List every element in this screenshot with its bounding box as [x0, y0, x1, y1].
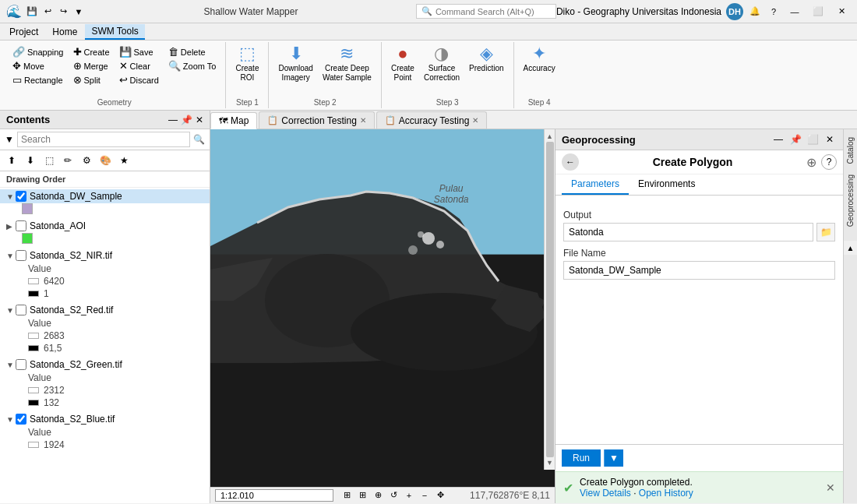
surface-correction-btn[interactable]: ◑ SurfaceCorrection [421, 44, 463, 84]
geo-panel-close-btn[interactable]: ✕ [823, 132, 837, 146]
ribbon-snapping-btn[interactable]: 🔗 Snapping [9, 45, 67, 58]
scroll-up-icon[interactable]: ▲ [546, 132, 553, 140]
layer-paint-btn[interactable]: 🎨 [97, 152, 114, 169]
ribbon-split-btn[interactable]: ⊗ Split [70, 73, 113, 86]
map-pan-icon[interactable]: ✥ [433, 488, 447, 502]
prediction-btn[interactable]: ◈ Prediction [466, 44, 506, 75]
qat-undo-btn[interactable]: ↩ [41, 5, 55, 19]
ribbon-move-btn[interactable]: ✥ Move [9, 59, 67, 72]
geo-run-dropdown-btn[interactable]: ▼ [604, 449, 623, 467]
geo-tab-environments[interactable]: Environments [629, 174, 704, 195]
layer-checkbox[interactable] [16, 250, 26, 261]
menu-project[interactable]: Project [3, 25, 44, 39]
map-rotate-icon[interactable]: ↺ [386, 488, 400, 502]
layer-row[interactable]: ▼ Satonda_S2_Blue.tif [0, 412, 210, 426]
map-north-icon[interactable]: ⊕ [371, 488, 385, 502]
layer-row[interactable]: ▼ Satonda_S2_Red.tif [0, 303, 210, 317]
maximize-btn[interactable]: ⬜ [809, 2, 827, 21]
layer-expand-icon[interactable]: ▼ [6, 415, 16, 424]
right-tab-geoprocessing[interactable]: Geoprocessing [845, 170, 856, 231]
accuracy-btn[interactable]: ✦ Accuracy [520, 44, 559, 75]
map-zoom-out-icon[interactable]: − [418, 488, 432, 502]
main-scroll-up-btn[interactable]: ▲ [843, 241, 857, 255]
notification-icon[interactable]: 🔔 [748, 5, 762, 19]
layer-expand-icon[interactable]: ▼ [6, 306, 16, 315]
geo-tab-parameters[interactable]: Parameters [562, 174, 629, 195]
map-scrollbar[interactable]: ▲ ▼ [544, 129, 555, 470]
map-area[interactable]: Pulau Satonda ▲ ▼ ⊞ ⊞ [210, 129, 555, 503]
geo-panel-maximize-btn[interactable]: ⬜ [806, 132, 820, 146]
layer-row[interactable]: ▼ Satonda_S2_NIR.tif [0, 248, 210, 263]
layer-checkbox[interactable] [16, 305, 26, 315]
sidebar-pin-icon[interactable]: 📌 [181, 115, 192, 125]
layer-checkbox[interactable] [16, 359, 26, 370]
layer-checkbox[interactable] [16, 414, 26, 425]
scroll-down-icon[interactable]: ▼ [546, 459, 553, 467]
layer-checkbox[interactable] [16, 220, 26, 231]
ribbon-zoom-to-btn[interactable]: 🔍 Zoom To [165, 59, 220, 72]
layer-move-up-btn[interactable]: ⬆ [3, 152, 20, 169]
tab-map[interactable]: 🗺 Map [210, 112, 257, 129]
sidebar-search-icon[interactable]: 🔍 [193, 134, 205, 145]
geo-filename-input[interactable] [563, 261, 835, 280]
layer-move-down-btn[interactable]: ⬇ [22, 152, 39, 169]
map-scale-input[interactable] [215, 489, 333, 502]
ribbon-discard-btn[interactable]: ↩ Discard [116, 73, 162, 86]
map-extent-icon[interactable]: ⊞ [340, 488, 354, 502]
geo-run-btn[interactable]: Run [562, 449, 601, 467]
geo-panel-pin-btn[interactable]: 📌 [788, 132, 802, 146]
sidebar-close-icon[interactable]: ✕ [196, 115, 203, 125]
layer-star-btn[interactable]: ★ [115, 152, 132, 169]
create-point-btn[interactable]: ● CreatePoint [388, 44, 418, 84]
geo-add-icon[interactable]: ⊕ [806, 155, 816, 170]
geo-back-btn[interactable]: ← [562, 153, 579, 171]
qat-redo-btn[interactable]: ↪ [56, 5, 70, 19]
geo-output-input[interactable] [563, 223, 813, 241]
ribbon-rectangle-btn[interactable]: ▭ Rectangle [9, 73, 67, 86]
map-grid-icon[interactable]: ⊞ [355, 488, 369, 502]
ribbon-merge-btn[interactable]: ⊕ Merge [70, 59, 113, 72]
layer-expand-icon[interactable]: ▼ [6, 192, 16, 201]
geo-folder-btn[interactable]: 📁 [816, 223, 835, 241]
geo-help-btn[interactable]: ? [821, 154, 837, 170]
layer-row[interactable]: ▼ Satonda_DW_Sample [0, 189, 210, 203]
geo-panel-minimize-btn[interactable]: — [771, 132, 785, 146]
right-tab-catalog[interactable]: Catalog [845, 132, 856, 168]
geo-view-details-link[interactable]: View Details [580, 488, 631, 499]
ribbon-delete-btn[interactable]: 🗑 Delete [165, 45, 220, 58]
sidebar-search-input[interactable] [17, 132, 190, 147]
download-imagery-btn[interactable]: ⬇ DownloadImagery [275, 44, 316, 84]
step3-buttons: ● CreatePoint ◑ SurfaceCorrection ◈ Pred… [388, 44, 507, 97]
create-roi-btn[interactable]: ⬚ CreateROI [232, 44, 262, 84]
ribbon-save-btn[interactable]: 💾 Save [116, 45, 162, 58]
sidebar-minimize-icon[interactable]: — [168, 115, 178, 125]
layer-properties-btn[interactable]: ⚙ [78, 152, 95, 169]
ribbon-create-btn[interactable]: ✚ Create [70, 45, 113, 58]
layer-expand-icon[interactable]: ▼ [6, 252, 16, 260]
tab-accuracy-testing[interactable]: 📋 Accuracy Testing ✕ [376, 111, 488, 129]
layer-edit-btn[interactable]: ✏ [59, 152, 76, 169]
command-search-input[interactable] [436, 7, 551, 16]
map-zoom-in-icon[interactable]: + [402, 488, 416, 502]
layer-expand-icon[interactable]: ▶ [6, 222, 16, 231]
qat-arrow-btn[interactable]: ▼ [72, 5, 86, 19]
geo-status-close-btn[interactable]: ✕ [826, 481, 835, 494]
tab-accuracy-close[interactable]: ✕ [472, 116, 478, 125]
tab-correction-close[interactable]: ✕ [360, 116, 366, 125]
minimize-btn[interactable]: — [785, 2, 804, 21]
help-icon[interactable]: ? [767, 5, 781, 19]
menu-swm-tools[interactable]: SWM Tools [85, 24, 144, 40]
create-deep-water-btn[interactable]: ≋ Create DeepWater Sample [319, 44, 375, 84]
layer-checkbox[interactable] [16, 191, 26, 202]
geo-open-history-link[interactable]: Open History [639, 488, 693, 499]
close-btn[interactable]: ✕ [832, 2, 851, 21]
layer-expand-icon[interactable]: ▼ [6, 361, 16, 369]
menu-home[interactable]: Home [46, 25, 83, 39]
layer-group-btn[interactable]: ⬚ [41, 152, 58, 169]
layer-row[interactable]: ▶ Satonda_AOI [0, 219, 210, 233]
ribbon-clear-btn[interactable]: ✕ Clear [116, 59, 162, 72]
qat-save-btn[interactable]: 💾 [25, 5, 39, 19]
scroll-thumb[interactable] [546, 142, 554, 457]
tab-correction-testing[interactable]: 📋 Correction Testing ✕ [259, 111, 375, 129]
layer-row[interactable]: ▼ Satonda_S2_Green.tif [0, 358, 210, 372]
